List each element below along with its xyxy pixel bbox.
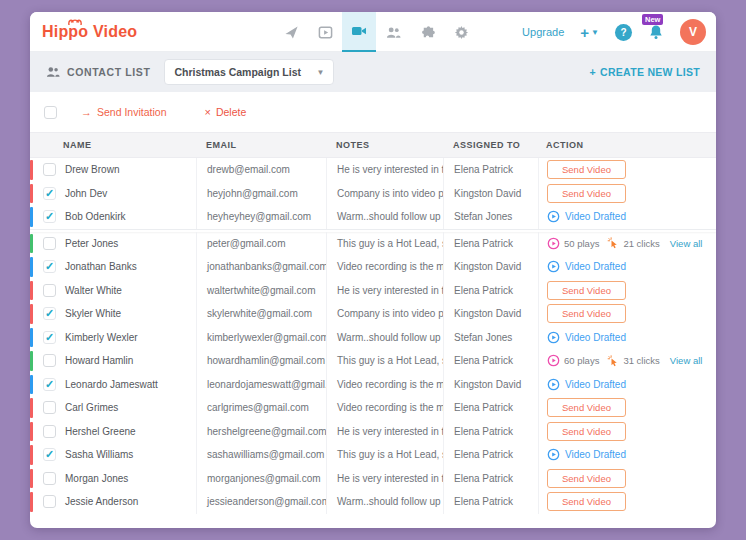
contact-email: sashawilliams@gmail.com [196,443,326,467]
row-checkbox[interactable] [43,425,56,438]
table-row[interactable]: ✓ Bob Odenkirk heyheyhey@gmail.com Warm.… [30,205,716,229]
contact-email: waltertwhite@gmail.com [196,279,326,303]
select-all-checkbox[interactable] [44,106,57,119]
rocket-icon[interactable] [274,12,308,52]
table-row[interactable]: ✓ Sasha Williams sashawilliams@gmail.com… [30,443,716,467]
video-drafted-link[interactable]: Video Drafted [547,331,626,344]
gear-icon[interactable] [444,12,478,52]
contact-notes: Video recording is the mai... [326,255,443,279]
contact-notes: This guy is a Hot Lead, so.... [326,443,443,467]
status-color-bar [30,469,33,489]
contact-assigned-to: Elena Patrick [443,349,538,373]
contact-notes: He is very interested in the prod... [326,158,443,182]
table-row[interactable]: Howard Hamlin howardhamlin@gmail.com Thi… [30,349,716,373]
send-video-button[interactable]: Send Video [547,160,626,179]
view-all-link[interactable]: View all [670,355,703,366]
status-color-bar [30,351,33,371]
people-icon[interactable] [376,12,410,52]
send-video-button[interactable]: Send Video [547,184,626,203]
contact-assigned-to: Kingston David [443,302,538,326]
desktop-background: { "colors": { "frame_purple": "#9a84b8",… [0,0,746,540]
contact-notes: He is very interested in the prod... [326,420,443,444]
row-checkbox[interactable]: ✓ [43,331,56,344]
column-header-email: EMAIL [196,140,326,150]
send-video-button[interactable]: Send Video [547,304,626,323]
row-checkbox[interactable] [43,237,56,250]
table-row[interactable]: Hershel Greene hershelgreene@gmail.com H… [30,420,716,444]
contact-assigned-to: Stefan Jones [443,205,538,229]
row-checkbox[interactable] [43,284,56,297]
table-row[interactable]: ✓ Kimberly Wexler kimberlywexler@gmail.c… [30,326,716,350]
view-all-link[interactable]: View all [670,238,703,249]
contact-email: heyjohn@gmail.com [196,182,326,206]
row-checkbox[interactable] [43,401,56,414]
contact-notes: He is very interested in the prod... [326,279,443,303]
row-checkbox[interactable]: ✓ [43,307,56,320]
table-row[interactable]: Walter White waltertwhite@gmail.com He i… [30,279,716,303]
film-icon[interactable] [308,12,342,52]
status-color-bar [30,422,33,442]
status-color-bar [30,257,33,277]
table-row[interactable]: Jessie Anderson jessieanderson@gmail.com… [30,490,716,514]
video-drafted-link[interactable]: Video Drafted [547,210,626,223]
row-checkbox[interactable]: ✓ [43,210,56,223]
send-video-button[interactable]: Send Video [547,281,626,300]
row-checkbox[interactable]: ✓ [43,448,56,461]
contact-name: Peter Jones [65,238,118,249]
contact-email: skylerwhite@gmail.com [196,302,326,326]
row-checkbox[interactable] [43,495,56,508]
row-checkbox[interactable] [43,472,56,485]
table-row[interactable]: Carl Grimes carlgrimes@gmail.com Video r… [30,396,716,420]
row-checkbox[interactable] [43,354,56,367]
send-video-button[interactable]: Send Video [547,398,626,417]
help-button[interactable]: ? [615,24,632,41]
table-row[interactable]: ✓ Leonardo Jameswatt leonardojameswatt@g… [30,373,716,397]
contact-assigned-to: Elena Patrick [443,279,538,303]
video-drafted-link[interactable]: Video Drafted [547,448,626,461]
status-color-bar [30,492,33,512]
play-circle-icon [547,448,560,461]
contact-name: Hershel Greene [65,426,136,437]
table-row[interactable]: ✓ John Dev heyjohn@gmail.com Company is … [30,182,716,206]
row-checkbox[interactable] [43,163,56,176]
notifications-button[interactable]: New [648,24,664,44]
send-video-button[interactable]: Send Video [547,469,626,488]
row-checkbox[interactable]: ✓ [43,260,56,273]
video-camera-icon[interactable] [342,12,376,52]
table-row[interactable]: Morgan Jones morganjones@gmail.com He is… [30,467,716,491]
contact-assigned-to: Stefan Jones [443,326,538,350]
main-nav [274,12,478,52]
send-video-button[interactable]: Send Video [547,492,626,511]
avatar[interactable]: V [680,19,706,45]
row-checkbox[interactable]: ✓ [43,378,56,391]
delete-button[interactable]: × Delete [204,106,246,118]
play-circle-icon [547,331,560,344]
hippo-video-logo[interactable]: Hippo Video [42,23,137,41]
row-checkbox[interactable]: ✓ [43,187,56,200]
contact-notes: Video recording is the mai.... [326,396,443,420]
plays-icon [547,237,560,250]
video-drafted-link[interactable]: Video Drafted [547,378,626,391]
contact-notes: This guy is a Hot Lead, so... [326,232,443,256]
table-row[interactable]: ✓ Jonathan Banks jonathanbanks@gmail.com… [30,255,716,279]
contact-assigned-to: Elena Patrick [443,420,538,444]
table-row[interactable]: Drew Brown drewb@email.com He is very in… [30,158,716,182]
column-header-assigned-to: ASSIGNED TO [443,140,538,150]
list-selector-dropdown[interactable]: Christmas Campaign List ▼ [164,59,334,85]
status-color-bar [30,375,33,395]
table-row[interactable]: ✓ Skyler White skylerwhite@gmail.com Com… [30,302,716,326]
contact-email: hershelgreene@gmail.com [196,420,326,444]
contact-email: howardhamlin@gmail.com [196,349,326,373]
upgrade-link[interactable]: Upgrade [522,26,564,38]
contact-name: Skyler White [65,308,121,319]
quick-create-button[interactable]: +▼ [580,24,599,41]
status-color-bar [30,328,33,348]
video-drafted-link[interactable]: Video Drafted [547,260,626,273]
create-new-list-button[interactable]: +CREATE NEW LIST [590,66,700,78]
table-row[interactable]: Peter Jones peter@gmail.com This guy is … [30,232,716,256]
plays-icon [547,354,560,367]
close-icon: × [204,106,210,118]
send-invitation-button[interactable]: → Send Invitation [81,106,166,118]
puzzle-icon[interactable] [410,12,444,52]
send-video-button[interactable]: Send Video [547,422,626,441]
